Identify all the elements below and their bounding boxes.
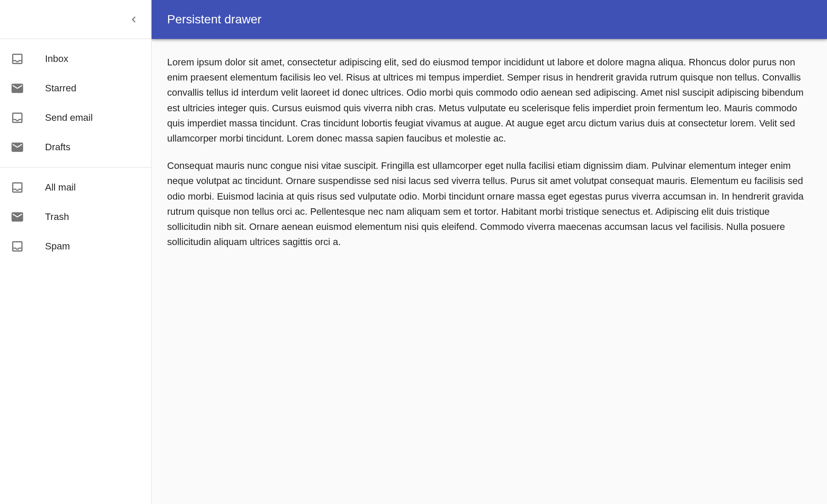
sidebar-item-label: Inbox: [45, 53, 68, 65]
sidebar-item-send-email[interactable]: Send email: [0, 103, 151, 132]
sidebar-drawer: Inbox Starred Send email Drafts A: [0, 0, 152, 504]
chevron-left-icon: [128, 13, 140, 26]
secondary-nav-list: All mail Trash Spam: [0, 168, 151, 266]
sidebar-item-all-mail[interactable]: All mail: [0, 173, 151, 202]
sidebar-item-label: Starred: [45, 83, 76, 94]
sidebar-item-starred[interactable]: Starred: [0, 74, 151, 103]
appbar: Persistent drawer: [152, 0, 827, 39]
inbox-icon: [10, 111, 24, 125]
sidebar-item-inbox[interactable]: Inbox: [0, 44, 151, 74]
drawer-header: [0, 0, 151, 39]
main-content: Lorem ipsum dolor sit amet, consectetur …: [152, 39, 827, 504]
mail-icon: [10, 81, 24, 95]
mail-icon: [10, 210, 24, 224]
body-paragraph: Lorem ipsum dolor sit amet, consectetur …: [167, 55, 811, 146]
close-drawer-button[interactable]: [123, 9, 144, 30]
sidebar-item-label: All mail: [45, 182, 76, 193]
sidebar-item-label: Send email: [45, 112, 93, 123]
sidebar-item-label: Trash: [45, 211, 69, 223]
content-area: Persistent drawer Lorem ipsum dolor sit …: [152, 0, 827, 504]
sidebar-item-spam[interactable]: Spam: [0, 232, 151, 261]
inbox-icon: [10, 239, 24, 253]
sidebar-item-drafts[interactable]: Drafts: [0, 132, 151, 162]
body-paragraph: Consequat mauris nunc congue nisi vitae …: [167, 158, 811, 249]
inbox-icon: [10, 181, 24, 194]
inbox-icon: [10, 52, 24, 66]
mail-icon: [10, 140, 24, 154]
sidebar-item-label: Drafts: [45, 142, 71, 153]
sidebar-item-trash[interactable]: Trash: [0, 202, 151, 232]
primary-nav-list: Inbox Starred Send email Drafts: [0, 39, 151, 167]
page-title: Persistent drawer: [167, 13, 262, 26]
sidebar-item-label: Spam: [45, 241, 70, 252]
